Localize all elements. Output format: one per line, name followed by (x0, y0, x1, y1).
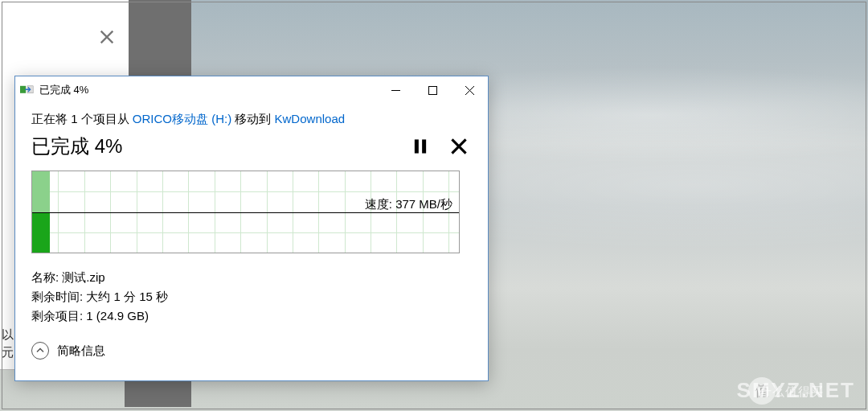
watermark-site: SMYZ.NET (737, 378, 855, 403)
source-link[interactable]: ORICO移动盘 (H:) (133, 112, 231, 125)
details-toggle-label: 简略信息 (57, 343, 105, 359)
window-title: 已完成 4% (39, 83, 88, 97)
dest-link[interactable]: KwDownload (275, 112, 346, 125)
minimize-icon (391, 86, 400, 95)
chart-fill-lower (32, 213, 50, 253)
cancel-icon (451, 138, 467, 154)
pause-icon (412, 138, 428, 154)
pause-button[interactable] (412, 138, 428, 154)
transfer-description: 正在将 1 个项目从 ORICO移动盘 (H:) 移动到 KwDownload (31, 112, 472, 127)
close-button[interactable] (451, 78, 488, 102)
close-icon (465, 86, 474, 95)
svg-rect-3 (428, 86, 436, 94)
svg-rect-0 (20, 86, 26, 93)
svg-rect-4 (415, 139, 419, 153)
cancel-button[interactable] (451, 138, 467, 154)
speed-chart: 速度: 377 MB/秒 (31, 171, 460, 253)
detail-time: 剩余时间: 大约 1 分 15 秒 (31, 287, 472, 306)
detail-items: 剩余项目: 1 (24.9 GB) (31, 306, 472, 326)
minimize-button[interactable] (377, 78, 414, 102)
file-transfer-dialog: 已完成 4% 正在将 1 个项目从 ORICO移动盘 (H:) 移动到 KwDo… (14, 76, 489, 381)
close-icon (98, 28, 116, 46)
chevron-up-icon (31, 342, 49, 360)
window-controls (377, 78, 488, 102)
dialog-body: 正在将 1 个项目从 ORICO移动盘 (H:) 移动到 KwDownload … (15, 104, 488, 360)
speed-label: 速度: 377 MB/秒 (365, 197, 452, 212)
close-button-back[interactable] (92, 23, 121, 51)
details-toggle[interactable]: 简略信息 (31, 342, 472, 360)
progress-heading: 已完成 4% (31, 134, 412, 159)
transfer-details: 名称: 测试.zip 剩余时间: 大约 1 分 15 秒 剩余项目: 1 (24… (31, 268, 472, 326)
partial-text: 以 元 (2, 326, 14, 361)
titlebar[interactable]: 已完成 4% (15, 76, 488, 104)
svg-rect-5 (422, 139, 426, 153)
maximize-button[interactable] (414, 78, 451, 102)
transfer-icon (20, 84, 35, 96)
detail-name: 名称: 测试.zip (31, 268, 472, 287)
chart-fill-upper (32, 171, 50, 212)
maximize-icon (428, 86, 437, 95)
